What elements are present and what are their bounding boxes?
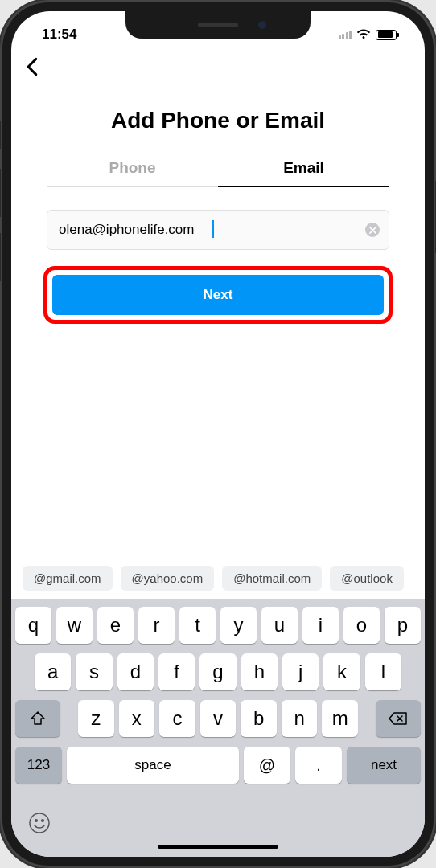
space-key[interactable]: space [67,747,239,784]
key-row-1: q w e r t y u i o p [15,607,421,644]
nav-bar [11,50,425,90]
key-d[interactable]: d [117,653,154,690]
status-indicators [339,27,401,43]
at-key[interactable]: @ [244,747,290,784]
key-n[interactable]: n [282,700,318,737]
suggestion-item[interactable]: @gmail.com [23,566,113,591]
volume-up-button [0,169,1,217]
key-e[interactable]: e [97,607,134,644]
key-x[interactable]: x [119,700,155,737]
key-row-2: a s d f g h j k l [15,653,421,690]
svg-point-0 [30,813,49,833]
key-v[interactable]: v [200,700,237,737]
key-m[interactable]: m [322,700,358,737]
key-w[interactable]: w [56,607,93,644]
clear-input-button[interactable] [365,223,380,237]
volume-down-button [0,233,1,281]
key-y[interactable]: y [220,607,257,644]
home-indicator[interactable] [158,845,278,849]
key-f[interactable]: f [158,653,195,690]
shift-key[interactable] [15,700,60,737]
key-h[interactable]: h [241,653,278,690]
tab-phone[interactable]: Phone [47,149,218,186]
suggestion-item[interactable]: @yahoo.com [121,566,215,591]
suggestion-bar: @gmail.com @yahoo.com @hotmail.com @outl… [11,558,425,599]
svg-point-1 [35,820,38,822]
spacer [11,340,425,558]
tabs: Phone Email [47,149,389,187]
key-c[interactable]: c [159,700,195,737]
key-row-3: z x c v b n m [15,700,421,737]
keyboard: q w e r t y u i o p a s d f g h [11,599,425,798]
key-p[interactable]: p [385,607,421,644]
key-j[interactable]: j [282,653,319,690]
key-i[interactable]: i [302,607,339,644]
backspace-key[interactable] [376,700,421,737]
numeric-key[interactable]: 123 [15,747,62,784]
battery-icon [376,30,399,40]
speaker [198,23,238,27]
key-t[interactable]: t [179,607,216,644]
keyboard-container: @gmail.com @yahoo.com @hotmail.com @outl… [11,558,425,857]
key-s[interactable]: s [76,653,112,690]
email-input-container [47,210,389,250]
key-q[interactable]: q [15,607,51,644]
suggestion-item[interactable]: @outlook [330,566,404,591]
screen: 11:54 Add Phone or Email [11,11,425,857]
wifi-icon [356,27,371,43]
key-b[interactable]: b [241,700,277,737]
key-row-4: 123 space @ . next [15,747,421,784]
notch [125,11,311,39]
back-button[interactable] [26,55,39,82]
key-l[interactable]: l [365,653,401,690]
key-g[interactable]: g [199,653,236,690]
next-button[interactable]: Next [52,275,384,315]
mute-switch [0,121,1,149]
key-u[interactable]: u [261,607,298,644]
tab-email[interactable]: Email [218,149,389,186]
cellular-signal-icon [339,31,352,39]
key-z[interactable]: z [78,700,114,737]
phone-frame: 11:54 Add Phone or Email [0,0,436,868]
page-title: Add Phone or Email [11,90,425,149]
keyboard-next-key[interactable]: next [347,747,421,784]
next-button-highlight: Next [43,266,393,324]
svg-point-2 [42,820,44,822]
key-r[interactable]: r [138,607,175,644]
text-cursor [212,220,214,238]
key-a[interactable]: a [35,653,71,690]
suggestion-item[interactable]: @hotmail.com [222,566,322,591]
email-input[interactable] [47,210,389,250]
key-o[interactable]: o [343,607,380,644]
emoji-button[interactable] [27,811,51,835]
dot-key[interactable]: . [295,747,342,784]
status-time: 11:54 [35,27,76,43]
keyboard-bottom-bar [11,798,425,840]
front-camera [258,21,266,29]
key-k[interactable]: k [323,653,360,690]
